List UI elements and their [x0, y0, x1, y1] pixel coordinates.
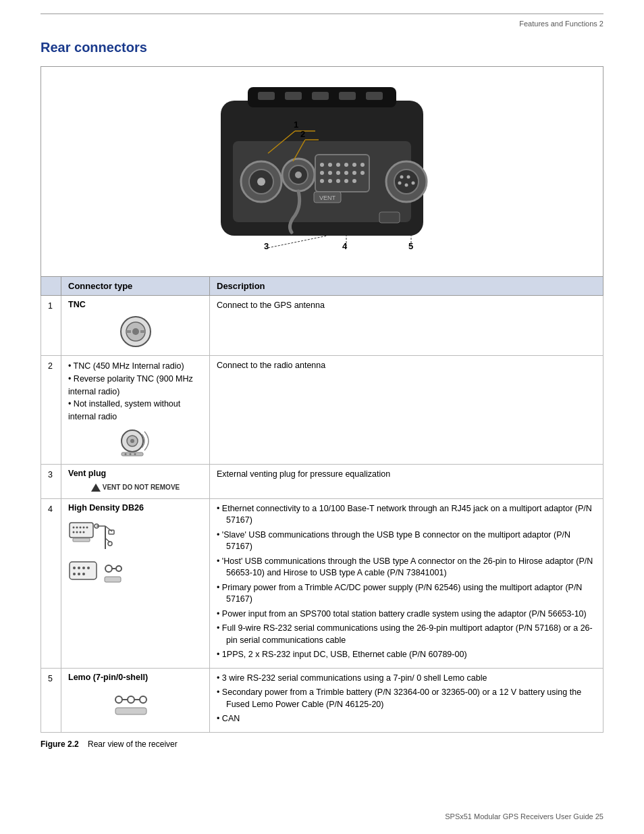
svg-point-76 — [83, 531, 85, 533]
svg-point-71 — [83, 526, 85, 528]
svg-rect-101 — [115, 708, 146, 714]
tnc-icon — [119, 315, 153, 348]
connector-cell-3: Vent plug VENT DO NOT REMOVE — [61, 464, 210, 498]
svg-point-10 — [257, 178, 265, 186]
svg-point-16 — [328, 163, 332, 167]
section-title: Rear connectors — [41, 40, 603, 55]
svg-point-23 — [336, 171, 340, 175]
svg-rect-3 — [285, 92, 302, 100]
svg-rect-4 — [312, 92, 329, 100]
connector-cell-5: Lemo (7-pin/0-shell) — [61, 668, 210, 732]
svg-point-38 — [398, 182, 402, 185]
desc-list-item: CAN — [217, 713, 596, 725]
warning-triangle-icon — [91, 484, 101, 492]
figure-caption-text: Rear view of the receiver — [88, 739, 178, 749]
svg-rect-41 — [379, 212, 400, 223]
svg-point-56 — [132, 328, 139, 335]
svg-point-29 — [336, 179, 340, 183]
desc-text-2: Connect to the radio antenna — [217, 361, 325, 370]
diagram-row: VENT — [41, 67, 603, 277]
page-container: Features and Functions 2 Rear connectors — [0, 0, 644, 834]
desc-text-1: Connect to the GPS antenna — [217, 301, 325, 310]
connector-inner-4: High Density DB26 — [68, 503, 203, 588]
svg-point-26 — [360, 171, 365, 175]
tnc-radio-icon — [119, 429, 153, 457]
desc-list-item: Primary power from a Trimble AC/DC power… — [217, 582, 596, 606]
svg-text:3: 3 — [264, 241, 269, 251]
desc-list-item: Secondary power from a Trimble battery (… — [217, 687, 596, 710]
table-row: 4 High Density DB26 — [41, 498, 603, 668]
db26-icon — [68, 519, 122, 556]
svg-point-24 — [344, 171, 348, 175]
table-row: 5 Lemo (7-pin/0-shell) — [41, 668, 603, 732]
svg-point-96 — [115, 696, 122, 703]
page-footer: SPSx51 Modular GPS Receivers User Guide … — [445, 812, 603, 820]
connector-icons-4 — [68, 519, 203, 588]
svg-point-39 — [405, 184, 408, 187]
svg-point-86 — [78, 567, 80, 569]
svg-point-72 — [86, 526, 88, 528]
svg-point-85 — [73, 567, 76, 569]
svg-rect-66 — [70, 523, 93, 538]
svg-point-20 — [360, 163, 365, 167]
svg-point-63 — [124, 453, 126, 455]
svg-point-17 — [336, 163, 340, 167]
connector-inner-2: • TNC (450 MHz Internal radio) • Reverse… — [68, 360, 203, 460]
svg-point-100 — [140, 696, 146, 703]
row-num-2: 2 — [41, 356, 61, 465]
svg-point-94 — [116, 566, 122, 571]
svg-rect-6 — [366, 92, 383, 100]
top-rule — [41, 14, 603, 14]
svg-point-36 — [400, 176, 404, 179]
row-num-4: 4 — [41, 498, 61, 668]
lemo-icon — [109, 687, 163, 721]
connector-inner-5: Lemo (7-pin/0-shell) — [68, 673, 203, 724]
svg-point-15 — [320, 163, 324, 167]
desc-text-3: External venting plug for pressure equal… — [217, 469, 390, 479]
connector-cell-1: TNC — [61, 296, 210, 356]
header-desc-col: Description — [210, 277, 603, 296]
svg-point-19 — [352, 163, 356, 167]
connector-name-3: Vent plug — [68, 469, 203, 478]
diagram-cell: VENT — [41, 67, 603, 277]
connector-name-4: High Density DB26 — [68, 503, 203, 513]
svg-point-90 — [78, 573, 80, 575]
desc-list-item: Power input from an SPS700 total station… — [217, 608, 596, 621]
svg-point-74 — [76, 531, 78, 533]
table-row: 1 TNC Connect to the — [41, 296, 603, 356]
svg-point-70 — [80, 526, 82, 528]
svg-rect-58 — [140, 330, 146, 333]
desc-cell-1: Connect to the GPS antenna — [210, 296, 603, 356]
connector-inner-3: Vent plug VENT DO NOT REMOVE — [68, 469, 203, 494]
device-diagram: VENT — [133, 80, 511, 263]
svg-point-28 — [328, 179, 332, 183]
svg-text:VENT: VENT — [319, 194, 336, 201]
svg-point-69 — [76, 526, 78, 528]
svg-point-73 — [73, 531, 75, 533]
table-row: 3 Vent plug VENT DO NOT REMOVE External … — [41, 464, 603, 498]
connector-icon-5 — [68, 687, 203, 721]
header-right-text: Features and Functions 2 — [519, 20, 603, 28]
connector-bullets-2: • TNC (450 MHz Internal radio) • Reverse… — [68, 360, 203, 423]
svg-point-87 — [82, 567, 85, 569]
desc-list-item: 'Host' USB communications through the US… — [217, 556, 596, 579]
svg-point-30 — [344, 179, 348, 183]
desc-list-item: Ethernet connectivity to a 10/100 Base-T… — [217, 503, 596, 527]
header-connector-col: Connector type — [61, 277, 210, 296]
vent-warning-label: VENT DO NOT REMOVE — [91, 484, 180, 492]
svg-point-21 — [320, 171, 324, 175]
svg-point-75 — [80, 531, 82, 533]
svg-line-49 — [268, 236, 327, 248]
svg-point-61 — [130, 439, 134, 443]
svg-rect-5 — [339, 92, 356, 100]
svg-point-22 — [328, 171, 332, 175]
svg-point-89 — [73, 573, 76, 575]
svg-point-68 — [73, 526, 75, 528]
main-table: VENT — [41, 66, 603, 733]
desc-list-5: 3 wire RS-232 serial communications usin… — [217, 673, 596, 725]
svg-point-98 — [128, 696, 134, 703]
vent-text: VENT DO NOT REMOVE — [103, 484, 180, 491]
svg-point-35 — [394, 170, 419, 194]
svg-text:2: 2 — [300, 129, 305, 139]
svg-point-18 — [344, 163, 348, 167]
